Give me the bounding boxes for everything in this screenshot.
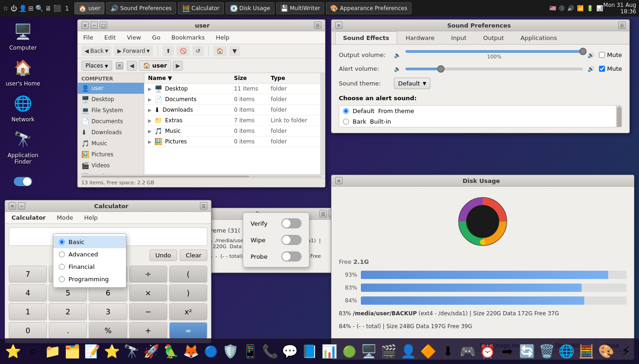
taskbar-btn-sound[interactable]: 🔊 Sound Preferences — [106, 2, 176, 14]
more-btn[interactable]: ▼ — [229, 46, 240, 56]
btn-mul[interactable]: × — [129, 284, 167, 301]
btn-div[interactable]: ÷ — [129, 266, 167, 283]
star-icon[interactable]: ☆ — [3, 5, 9, 12]
header-size[interactable]: Size — [234, 75, 271, 81]
dock-palette[interactable]: 🎨 — [597, 341, 616, 362]
btn-3[interactable]: 3 — [89, 303, 127, 320]
stop-btn[interactable]: 🚫 — [177, 46, 190, 56]
dock-libreoffice[interactable]: 🟢 — [340, 341, 359, 362]
dock-vnc2[interactable]: 🖥️ — [359, 341, 378, 362]
dock-vpn[interactable]: 🛡️ — [221, 341, 240, 362]
toggle-probe-switch[interactable] — [281, 251, 302, 262]
reload-btn[interactable]: ↺ — [193, 46, 204, 56]
sidebar-item-user[interactable]: 👤 user — [78, 83, 144, 94]
btn-close-paren[interactable]: ) — [169, 284, 207, 301]
menu-edit[interactable]: Edit — [103, 33, 118, 42]
file-row-pictures[interactable]: ▶ 🖼️ Pictures 0 items folder — [144, 136, 320, 147]
clear-btn[interactable]: Clear — [180, 250, 207, 261]
output-slider-thumb[interactable] — [579, 48, 587, 55]
alert-mute-checkbox[interactable] — [599, 66, 605, 72]
dock-vlc[interactable]: 🔶 — [419, 341, 438, 362]
output-mute[interactable]: Mute — [599, 51, 622, 58]
battery-icon[interactable]: 🔋 — [587, 5, 593, 11]
desktop-icon-home[interactable]: 🏠 user's Home — [5, 57, 41, 87]
up-btn[interactable]: ⬆ — [163, 46, 174, 56]
calc-close-btn[interactable]: ✕ — [9, 202, 16, 210]
mw-menu-btn[interactable]: ☰ — [320, 210, 327, 217]
dock-parrot[interactable]: 🦜 — [162, 341, 181, 362]
dock-remote[interactable]: 🔄 — [518, 341, 536, 362]
mode-basic[interactable]: Basic — [53, 236, 126, 248]
dock-fileman[interactable]: 📁 — [43, 341, 62, 362]
file-row-downloads[interactable]: ▶ ⬇️ Downloads 0 items folder — [144, 105, 320, 115]
btn-open-paren[interactable]: ( — [169, 266, 207, 283]
sidebar-item-documents[interactable]: 📄 Documents — [78, 116, 144, 127]
dock-globe2[interactable]: 🌐 — [557, 341, 576, 362]
dock-manager2[interactable]: 🗂️ — [63, 341, 82, 362]
calc-tab-help[interactable]: Help — [81, 213, 101, 222]
header-type[interactable]: Type — [271, 75, 317, 81]
dock-switch2[interactable]: ⚡ — [616, 341, 635, 362]
file-row-desktop[interactable]: ▶ 🖥️ Desktop 11 items folder — [144, 84, 320, 94]
alert-slider-thumb[interactable] — [437, 65, 445, 73]
btn-dot[interactable]: . — [49, 322, 87, 339]
filemanager-maximize-btn[interactable]: □ — [100, 22, 107, 29]
dock-firefox[interactable]: 🦊 — [182, 341, 200, 362]
file-row-extras[interactable]: ▶ 📁 Extras 7 items Link to folder — [144, 115, 320, 126]
menu-bookmarks[interactable]: Bookmarks — [170, 33, 207, 42]
apps-icon[interactable]: ⊞ — [29, 5, 34, 12]
sound-theme-dropdown[interactable]: Default ▼ — [394, 78, 430, 89]
mode-financial[interactable]: Financial — [53, 261, 126, 273]
filemanager-close-btn[interactable]: ✕ — [81, 22, 89, 29]
close-places-btn[interactable]: ✕ — [116, 62, 123, 69]
dock-anon2[interactable]: 👤 — [399, 341, 418, 362]
sidebar-item-videos[interactable]: 🎬 Videos — [78, 160, 144, 171]
alert-radio-bark[interactable] — [343, 119, 349, 125]
menu-help[interactable]: Help — [214, 33, 231, 42]
btn-eq[interactable]: = — [169, 322, 207, 339]
btn-add[interactable]: + — [129, 322, 167, 339]
monitor-icon[interactable]: 🖥 — [45, 5, 51, 12]
undo-btn[interactable]: Undo — [149, 250, 177, 261]
dock-dots[interactable]: ⚪ — [23, 341, 42, 362]
dock-binoculars[interactable]: 🔭 — [122, 341, 141, 362]
btn-4[interactable]: 4 — [9, 284, 47, 301]
sound-scrollbar-thumb[interactable] — [617, 107, 622, 127]
dock-viber[interactable]: 📱 — [241, 341, 260, 362]
dock-calc4[interactable]: 🧮 — [577, 341, 596, 362]
dock-word[interactable]: 📘 — [300, 341, 319, 362]
places-btn[interactable]: Places ▼ — [81, 61, 112, 71]
mode-radio-programming[interactable] — [59, 276, 65, 282]
menu-file[interactable]: File — [81, 33, 95, 42]
btn-7[interactable]: 7 — [9, 266, 47, 283]
alert-mute[interactable]: Mute — [599, 65, 622, 72]
desktop-icon-computer[interactable]: 🖥️ Computer — [5, 21, 41, 51]
mode-radio-basic[interactable] — [59, 239, 65, 245]
dock-impress[interactable]: 📊 — [320, 341, 339, 362]
mode-radio-advanced[interactable] — [59, 251, 65, 257]
alert-sound-bark[interactable]: Bark Built-in — [339, 116, 622, 127]
dock-editor[interactable]: 📝 — [83, 341, 102, 362]
sound-close-btn[interactable]: ✕ — [335, 22, 342, 29]
dock-chat[interactable]: 💬 — [280, 341, 299, 362]
toggle-verify-switch[interactable] — [281, 218, 302, 228]
file-row-music[interactable]: ▶ 🎵 Music 0 items folder — [144, 126, 320, 136]
menu-go[interactable]: Go — [150, 33, 162, 42]
taskbar-btn-filemanager[interactable]: 🏠 user — [74, 2, 104, 14]
sound-menu-btn[interactable]: ☰ — [618, 22, 626, 29]
filemanager-minimize-btn[interactable]: − — [91, 22, 98, 29]
alert-volume-slider[interactable] — [405, 68, 583, 70]
tab-applications[interactable]: Applications — [513, 31, 565, 44]
dock-arrows[interactable]: ➡️ — [498, 341, 517, 362]
taskbar-btn-appearance[interactable]: 🎨 Appearance Preferences — [326, 2, 411, 14]
btn-pct[interactable]: % — [89, 322, 127, 339]
mode-programming[interactable]: Programming — [53, 273, 126, 285]
btn-2[interactable]: 2 — [49, 303, 87, 320]
disk-close-btn[interactable]: ✕ — [335, 177, 342, 184]
dock-rocket[interactable]: 🚀 — [142, 341, 161, 362]
forward-btn[interactable]: ▶ Forward ▼ — [114, 46, 153, 56]
mode-radio-financial[interactable] — [59, 264, 65, 270]
alert-radio-default[interactable] — [343, 108, 349, 114]
btn-0[interactable]: 0 — [9, 322, 47, 339]
dock-torrent[interactable]: ⬇️ — [439, 341, 457, 362]
